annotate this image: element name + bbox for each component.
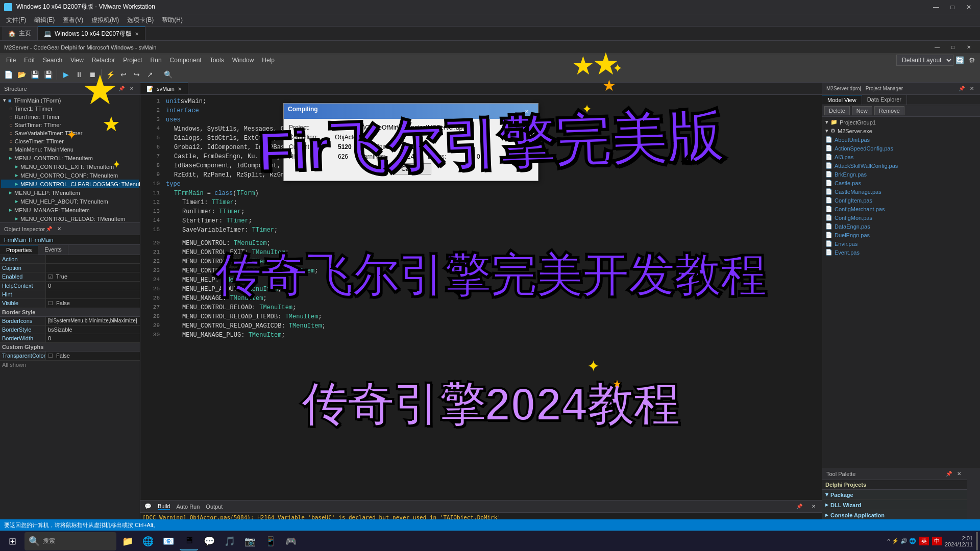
taskbar-chrome[interactable]: 🌐 — [139, 532, 157, 550]
prop-borderwidth-value[interactable]: 0 — [46, 334, 140, 342]
layout-select[interactable]: Default Layout — [896, 55, 953, 66]
step-over-btn[interactable]: ↪ — [131, 68, 143, 81]
palette-section-console[interactable]: ▸ Console Application — [822, 510, 967, 520]
prop-enabled-value[interactable]: ☑ True — [46, 272, 140, 281]
proj-tab-data[interactable]: Data Explorer — [862, 95, 907, 105]
menu-vm[interactable]: 虚拟机(M) — [87, 14, 123, 26]
palette-section-dll[interactable]: ▸ DLL Wizard — [822, 500, 967, 510]
save-btn[interactable]: 💾 — [29, 68, 41, 81]
msg-tab-build[interactable]: Build — [158, 503, 170, 510]
pause-btn[interactable]: ⏸ — [73, 68, 85, 81]
checkbox-visible[interactable]: ☐ — [48, 300, 53, 306]
search-icon-btn[interactable]: 🔍 — [162, 68, 174, 81]
palette-section-package[interactable]: ▾ Package — [822, 490, 967, 500]
delphi-menu-search[interactable]: Search — [39, 54, 66, 66]
proj-file-3[interactable]: 📄 AttackSkillWallConfig.pas — [823, 161, 979, 170]
cancel-compile-btn[interactable]: Cancel — [390, 163, 431, 174]
step-out-btn[interactable]: ↗ — [144, 68, 156, 81]
taskbar-files[interactable]: 📁 — [118, 532, 137, 550]
show-desktop-btn[interactable] — [976, 532, 978, 550]
taskbar-search[interactable]: 🔍 搜索 — [24, 532, 116, 550]
structure-pin[interactable]: 📌 — [117, 85, 126, 93]
prop-transcolor-value[interactable]: ☐ False — [46, 352, 140, 360]
checkbox-transcolor[interactable]: ☐ — [48, 353, 53, 359]
tree-menu-conf[interactable]: ▸ MENU_CONTROL_CONF: TMenuItem — [1, 171, 139, 180]
tree-menu-exit[interactable]: ▸ MENU_CONTROL_EXIT: TMenuItem — [1, 162, 139, 171]
msg-tab-output[interactable]: Output — [206, 504, 223, 510]
prop-bordericons-value[interactable]: [biSystemMenu,biMinimize,biMaximize] — [46, 317, 140, 325]
taskbar-phone[interactable]: 📱 — [261, 532, 280, 550]
refresh-btn[interactable]: 🔄 — [953, 54, 966, 66]
tree-menu-help[interactable]: ▸ MENU_HELP: TMenuItem — [1, 188, 139, 197]
delphi-menu-tools[interactable]: Tools — [206, 54, 228, 66]
tab-home[interactable]: 🏠 主页 — [2, 27, 38, 40]
proj-tab-model[interactable]: Model View — [822, 95, 862, 105]
proj-file-2[interactable]: 📄 AI3.pas — [823, 153, 979, 161]
taskbar-media[interactable]: 🎵 — [220, 532, 239, 550]
proj-remove-btn[interactable]: Remove — [874, 106, 904, 115]
delphi-menu-refactor[interactable]: Refactor — [88, 54, 119, 66]
toggle-btn[interactable]: ⚡ — [104, 68, 116, 81]
code-tab-svmain[interactable]: 📝 svMain ✕ — [140, 83, 188, 94]
menu-tabs[interactable]: 选项卡(B) — [123, 14, 158, 26]
taskbar-terminal[interactable]: 💬 — [200, 532, 218, 550]
minimize-button[interactable]: — — [929, 2, 943, 13]
proj-file-0[interactable]: 📄 AboutUnit.pas — [823, 135, 979, 144]
proj-delete-btn[interactable]: Delete — [824, 106, 850, 115]
proj-file-11[interactable]: 📄 DuelEngn.pas — [823, 231, 979, 239]
tree-menu-reload[interactable]: ▸ MENU_CONTROL_RELOAD: TMenuItem — [1, 214, 139, 222]
delphi-menu-window[interactable]: Window — [228, 54, 258, 66]
tree-root[interactable]: ▾ ■ TFrmMain (TForm) — [1, 96, 139, 105]
prop-hint-value[interactable] — [46, 290, 140, 298]
delphi-menu-file[interactable]: File — [2, 54, 20, 66]
tree-mainmenu[interactable]: ≡ MainMenu: TMainMenu — [1, 145, 139, 154]
maximize-button[interactable]: □ — [945, 2, 960, 13]
obj-tab-properties[interactable]: Properties — [0, 245, 38, 255]
prop-helpctx-value[interactable]: 0 — [46, 282, 140, 290]
msg-tab-autorun[interactable]: Auto Run — [176, 504, 200, 510]
prop-visible-value[interactable]: ☐ False — [46, 299, 140, 308]
prop-caption-value[interactable] — [46, 264, 140, 272]
proj-exe[interactable]: ▾ ⚙ M2Server.exe — [823, 127, 979, 135]
proj-file-10[interactable]: 📄 DataEngn.pas — [823, 222, 979, 231]
tree-menu-control[interactable]: ▸ MENU_CONTROL: TMenuItem — [1, 154, 139, 162]
proj-file-6[interactable]: 📄 CastleManage.pas — [823, 187, 979, 196]
tree-closetimer[interactable]: ○ CloseTimer: TTimer — [1, 137, 139, 145]
tree-savetimer[interactable]: ○ SaveVariableTimer: TTimer — [1, 129, 139, 137]
settings-btn[interactable]: ⚙ — [966, 54, 978, 66]
tree-timer1[interactable]: ○ Timer1: TTimer — [1, 105, 139, 113]
proj-file-8[interactable]: 📄 ConfigMerchant.pas — [823, 205, 979, 213]
msg-pin[interactable]: 📌 — [795, 503, 803, 511]
proj-file-9[interactable]: 📄 ConfigMon.pas — [823, 213, 979, 222]
palette-pin[interactable]: 📌 — [945, 470, 953, 478]
delphi-menu-project[interactable]: Project — [119, 54, 146, 66]
start-button[interactable]: ⊞ — [2, 532, 22, 550]
tree-runtimer[interactable]: ○ RunTimer: TTimer — [1, 113, 139, 121]
palette-close[interactable]: ✕ — [955, 470, 963, 478]
checkbox-enabled[interactable]: ☑ — [48, 273, 53, 280]
close-tab-icon[interactable]: ✕ — [135, 31, 139, 37]
taskbar-delphi[interactable]: 🖥 — [180, 532, 198, 550]
taskbar-mail[interactable]: 📧 — [159, 532, 178, 550]
delphi-close[interactable]: ✕ — [962, 42, 976, 53]
obj-close[interactable]: ✕ — [55, 225, 63, 233]
delphi-minimize[interactable]: — — [930, 42, 944, 53]
tree-menu-manage[interactable]: ▸ MENU_MANAGE: TMenuItem — [1, 206, 139, 214]
delphi-menu-component[interactable]: Component — [166, 54, 206, 66]
run-btn[interactable]: ▶ — [60, 68, 72, 81]
proj-file-4[interactable]: 📄 BrkEngn.pas — [823, 170, 979, 179]
menu-help[interactable]: 帮助(H) — [158, 14, 187, 26]
structure-close[interactable]: ✕ — [128, 85, 136, 93]
delphi-menu-run[interactable]: Run — [146, 54, 166, 66]
tree-menu-about[interactable]: ▸ MENU_HELP_ABOUT: TMenuItem — [1, 197, 139, 206]
proj-pin[interactable]: 📌 — [958, 85, 966, 93]
close-button[interactable]: ✕ — [962, 2, 976, 13]
save-all-btn[interactable]: 💾 — [42, 68, 54, 81]
dialog-close-btn[interactable]: ✕ — [520, 106, 534, 117]
proj-file-5[interactable]: 📄 Castle.pas — [823, 179, 979, 187]
taskbar-game[interactable]: 🎮 — [282, 532, 300, 550]
tree-starttimer[interactable]: ○ StartTimer: TTimer — [1, 121, 139, 129]
proj-new-btn[interactable]: New — [852, 106, 872, 115]
menu-file[interactable]: 文件(F) — [2, 14, 30, 26]
obj-pin[interactable]: 📌 — [45, 225, 53, 233]
